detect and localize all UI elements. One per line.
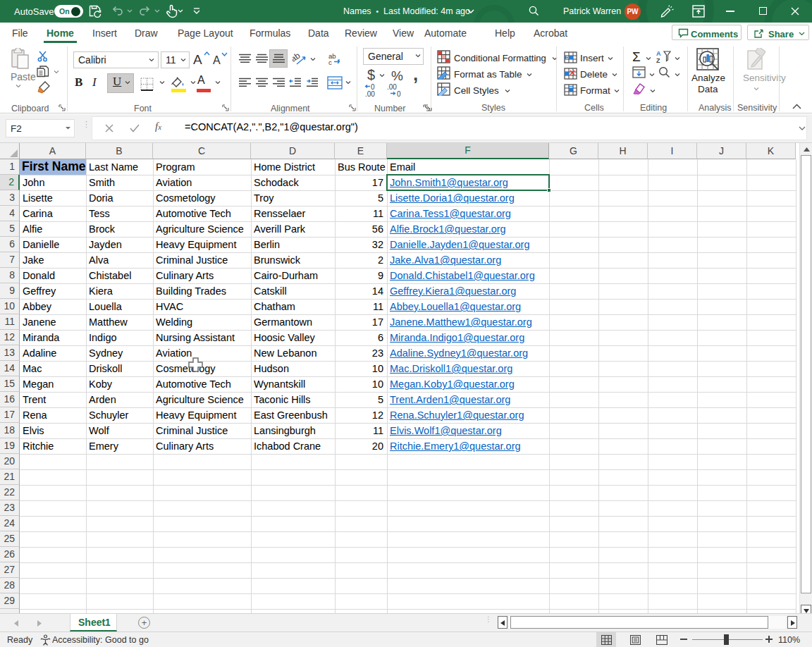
svg-text:Z: Z [656,57,660,63]
svg-text:A: A [656,50,661,57]
